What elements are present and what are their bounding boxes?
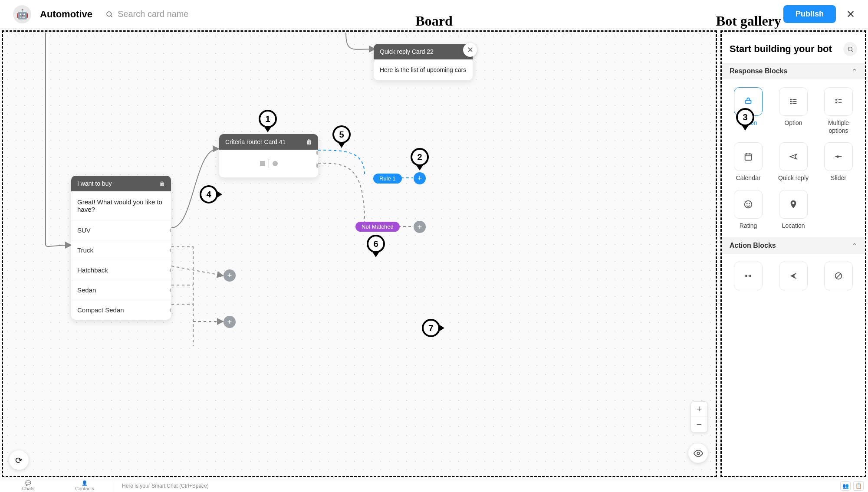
annotation-6: 6 [367,235,385,253]
option-sedan[interactable]: Sedan [71,280,171,300]
svg-point-22 [749,203,750,203]
footer-nav-chats[interactable]: 💬 Chats [0,480,56,491]
svg-point-2 [697,452,700,455]
not-matched-badge[interactable]: Not Matched [355,222,400,232]
action-blocks-grid [722,254,865,298]
footer-people-icon[interactable]: 👥 [840,481,851,491]
block-multiple-options[interactable]: Multiple options [818,87,859,134]
footer-bar: 💬 Chats 👤 Contacts Here is your Smart Ch… [0,479,868,492]
svg-line-4 [852,50,853,52]
card-header: Criteria router Card 41 🗑 [219,134,318,150]
action-blocks-section: Action Blocks ⌃ [722,237,865,254]
card-title: Criteria router Card 41 [225,138,286,145]
annotation-3: 3 [736,108,754,126]
publish-button[interactable]: Publish [783,5,836,23]
svg-rect-25 [748,276,749,276]
svg-point-0 [107,12,112,16]
search-input[interactable] [118,9,230,19]
card-header: I want to buy 🗑 [71,176,171,191]
response-blocks-grid: Button Option Multiple options Calendar … [722,79,865,237]
collapse-icon[interactable]: ⌃ [852,68,857,75]
action-block-3[interactable] [818,262,859,290]
card-header: Quick reply Card 22 [374,44,473,59]
block-rating[interactable]: Rating [728,190,769,230]
gallery-label: Bot gallery [716,13,781,29]
contacts-icon: 👤 [82,480,88,486]
close-card-button[interactable]: ✕ [463,43,477,57]
svg-rect-23 [745,275,747,277]
footer-clipboard-icon[interactable]: 📋 [853,481,864,491]
svg-point-8 [791,101,792,102]
option-hatchback[interactable]: Hatchback [71,260,171,280]
action-block-2[interactable] [773,262,814,290]
svg-point-10 [791,103,792,104]
svg-rect-14 [745,154,752,161]
trash-icon[interactable]: 🗑 [159,180,165,187]
chat-icon: 💬 [25,480,31,486]
card-title: Quick reply Card 22 [380,48,434,55]
block-location[interactable]: Location [773,190,814,230]
board-canvas[interactable]: Quick reply Card 22 Here is the list of … [2,30,717,477]
search-wrap [105,9,230,19]
zoom-controls: + − [690,401,708,433]
annotation-5: 5 [332,125,351,144]
annotation-1: 1 [259,110,277,128]
action-block-1[interactable] [728,262,769,290]
search-icon [105,10,113,18]
footer-nav-contacts[interactable]: 👤 Contacts [56,480,113,491]
block-slider[interactable]: Slider [818,142,859,182]
rule-badge[interactable]: Rule 1 [373,174,402,184]
close-icon[interactable]: ✕ [846,8,855,20]
block-quick-reply[interactable]: Quick reply [773,142,814,182]
annotation-2: 2 [411,148,429,166]
block-calendar[interactable]: Calendar [728,142,769,182]
block-option[interactable]: Option [773,87,814,134]
option-suv[interactable]: SUV [71,220,171,240]
board-label: Board [415,13,452,29]
gallery-title: Start building your bot [730,43,832,55]
section-title: Action Blocks [730,242,776,249]
output-port[interactable] [316,151,318,155]
bot-avatar: 🤖 [13,5,31,23]
collapse-icon[interactable]: ⌃ [852,242,857,249]
add-node-button[interactable]: + [224,269,236,282]
annotation-7: 7 [422,319,440,337]
svg-point-20 [745,200,752,208]
trash-icon[interactable]: 🗑 [306,138,312,145]
option-truck[interactable]: Truck [71,240,171,260]
annotation-4: 4 [200,185,218,203]
quick-reply-card[interactable]: Quick reply Card 22 Here is the list of … [374,44,473,80]
options-card[interactable]: I want to buy 🗑 Great! What would you li… [71,176,171,320]
options-list: SUV Truck Hatchback Sedan Compact Sedan [71,220,171,320]
criteria-body[interactable] [219,150,318,177]
zoom-out-button[interactable]: − [691,417,707,432]
output-port[interactable] [316,164,318,168]
zoom-in-button[interactable]: + [691,402,707,417]
svg-point-6 [791,99,792,100]
option-compact-sedan[interactable]: Compact Sedan [71,300,171,320]
response-blocks-section: Response Blocks ⌃ [722,63,865,79]
smart-chat-hint: Here is your Smart Chat (Ctrl+Space) [113,479,209,492]
gallery-search-button[interactable] [843,42,857,56]
preview-button[interactable] [688,443,708,463]
card-title: I want to buy [77,180,112,187]
svg-point-19 [837,156,838,157]
svg-rect-5 [746,100,751,103]
svg-rect-24 [750,275,751,277]
card-prompt: Great! What would you like to have? [71,191,171,220]
add-rule-button[interactable]: + [414,172,426,184]
refresh-button[interactable]: ⟳ [9,450,29,470]
card-body: Here is the list of upcoming cars [374,59,473,80]
add-node-button[interactable]: + [224,316,236,328]
section-title: Response Blocks [730,67,787,75]
criteria-router-card[interactable]: Criteria router Card 41 🗑 [219,134,318,177]
add-not-matched-button[interactable]: + [414,221,426,233]
bot-gallery-panel: Start building your bot Response Blocks … [720,30,866,477]
svg-point-21 [747,203,747,203]
project-name: Automotive [40,9,92,20]
svg-point-3 [848,47,852,51]
app-header: 🤖 Automotive Board Bot gallery Publish ✕ [0,0,868,29]
svg-line-1 [111,16,112,17]
svg-line-27 [836,274,840,278]
